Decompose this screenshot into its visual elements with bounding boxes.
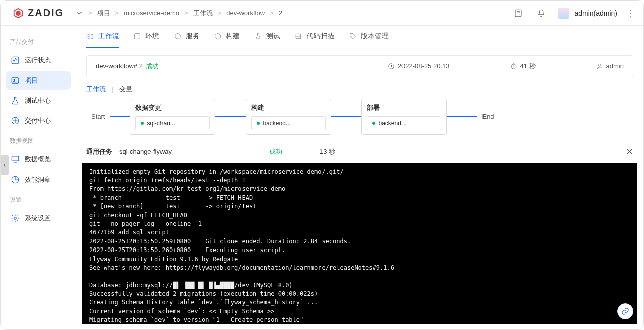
crumb-3[interactable]: dev-workflow — [226, 9, 265, 17]
tabs: 工作流 环境 服务 构建 测试 代码扫描 版本管理 — [76, 26, 643, 48]
status-dot-icon — [141, 122, 144, 125]
link-float-button[interactable] — [617, 303, 633, 319]
logo-icon — [13, 8, 24, 19]
sidebar-section-settings: 设置 — [6, 191, 71, 207]
task-duration: 13 秒 — [319, 147, 335, 156]
crumb-0[interactable]: 项目 — [97, 9, 110, 18]
svg-point-9 — [14, 217, 17, 220]
task-status: 成功 — [269, 147, 282, 156]
sidebar-section-delivery: 产品交付 — [6, 33, 71, 49]
chevron-down-icon[interactable] — [76, 10, 83, 17]
cube-icon — [214, 32, 222, 40]
tab-build[interactable]: 构建 — [214, 26, 240, 48]
sidebar-item-project[interactable]: 项目 — [6, 71, 71, 90]
flask-icon — [11, 96, 20, 105]
project-icon — [11, 76, 20, 85]
collapse-handle[interactable]: ‹ — [1, 155, 9, 175]
logo[interactable]: ZADIG — [1, 7, 76, 19]
pipeline-start: Start — [86, 113, 110, 120]
subtab-workflow[interactable]: 工作流 — [86, 85, 106, 94]
crumb-2[interactable]: 工作流 — [193, 9, 213, 18]
svg-marker-12 — [215, 33, 221, 39]
tab-workflow[interactable]: 工作流 — [86, 26, 119, 48]
tab-env[interactable]: 环境 — [133, 26, 159, 48]
brand-name: ZADIG — [28, 7, 64, 19]
activity-icon — [11, 56, 20, 65]
run-duration: 41 秒 — [510, 62, 536, 71]
gear-icon — [11, 214, 20, 223]
sidebar-item-settings[interactable]: 系统设置 — [6, 209, 71, 227]
user-name: admin(admin) — [574, 9, 617, 17]
task-header: 通用任务 sql-change-flyway 成功 13 秒 ✕ — [76, 140, 643, 163]
pipeline-node-db[interactable]: 数据变更 sql-chan... — [130, 99, 215, 135]
sidebar-item-overview[interactable]: 数据概览 — [6, 150, 71, 169]
scan-icon — [294, 32, 302, 40]
terminal[interactable]: Initialized empty Git repository in /wor… — [82, 163, 637, 324]
task-title: 通用任务 — [86, 147, 112, 156]
sidebar-item-test[interactable]: 测试中心 — [6, 92, 71, 110]
clock-icon — [388, 63, 395, 70]
tab-service[interactable]: 服务 — [174, 26, 200, 48]
sidebar: 产品交付 运行状态 项目 测试中心 交付中心 数据视图 数据概览 效能洞察 设置 — [1, 26, 76, 329]
avatar — [558, 8, 569, 19]
flask-icon — [254, 32, 262, 40]
pie-icon — [11, 175, 20, 184]
tab-scan[interactable]: 代码扫描 — [294, 26, 335, 48]
service-icon — [174, 32, 182, 40]
bell-icon[interactable] — [537, 9, 546, 18]
close-icon[interactable]: ✕ — [626, 146, 633, 157]
timer-icon — [510, 63, 517, 70]
pipeline-item[interactable]: sql-chan... — [135, 116, 210, 130]
run-time: 2022-08-25 20:13 — [388, 62, 450, 71]
svg-rect-5 — [13, 79, 15, 82]
status-dot-icon — [372, 122, 375, 125]
crumb-1[interactable]: microservice-demo — [124, 9, 179, 17]
docs-icon[interactable] — [514, 9, 523, 18]
svg-rect-7 — [12, 156, 19, 161]
rocket-icon — [11, 116, 20, 125]
subtabs: 工作流 | 变量 — [76, 77, 643, 99]
user-menu[interactable]: admin(admin) — [558, 8, 617, 19]
crumb-4: 2 — [279, 9, 282, 17]
tab-version[interactable]: 版本管理 — [349, 26, 389, 48]
run-user: admin — [596, 62, 624, 71]
tab-test[interactable]: 测试 — [254, 26, 280, 48]
svg-rect-10 — [135, 33, 140, 39]
monitor-icon — [11, 155, 20, 164]
run-summary: dev-workflow# 2 成功 2022-08-25 20:13 41 秒… — [86, 55, 633, 77]
svg-point-16 — [598, 64, 601, 66]
pipeline-item[interactable]: backend... — [251, 116, 326, 130]
link-icon — [621, 307, 629, 315]
main: 工作流 环境 服务 构建 测试 代码扫描 版本管理 dev-workflow# … — [76, 26, 643, 329]
pipeline-node-deploy[interactable]: 部署 backend... — [361, 99, 447, 135]
topbar: ZADIG >项目 >microservice-demo >工作流 >dev-w… — [1, 1, 643, 26]
env-icon — [133, 32, 141, 40]
sidebar-section-data: 数据视图 — [6, 132, 71, 148]
status-dot-icon — [257, 122, 260, 125]
user-icon — [596, 63, 603, 70]
tag-icon — [349, 32, 357, 40]
svg-rect-2 — [515, 10, 521, 17]
breadcrumb: >项目 >microservice-demo >工作流 >dev-workflo… — [76, 9, 514, 18]
workflow-icon — [86, 32, 94, 40]
svg-marker-1 — [16, 10, 20, 16]
svg-point-11 — [175, 33, 181, 39]
subtab-vars[interactable]: 变量 — [119, 85, 132, 94]
more-icon[interactable]: ⋮ — [626, 8, 635, 19]
pipeline-item[interactable]: backend... — [367, 116, 441, 130]
pipeline: Start 数据变更 sql-chan... 构建 backend... 部署 … — [76, 99, 643, 140]
task-name: sql-change-flyway — [119, 148, 172, 155]
sidebar-item-insight[interactable]: 效能洞察 — [6, 171, 71, 189]
run-status: 成功 — [146, 62, 159, 71]
sidebar-item-delivery[interactable]: 交付中心 — [6, 112, 71, 130]
run-name: dev-workflow# 2 — [96, 62, 143, 70]
svg-rect-3 — [12, 57, 19, 64]
sidebar-item-status[interactable]: 运行状态 — [6, 51, 71, 69]
pipeline-end: End — [477, 113, 499, 120]
pipeline-node-build[interactable]: 构建 backend... — [246, 99, 331, 135]
